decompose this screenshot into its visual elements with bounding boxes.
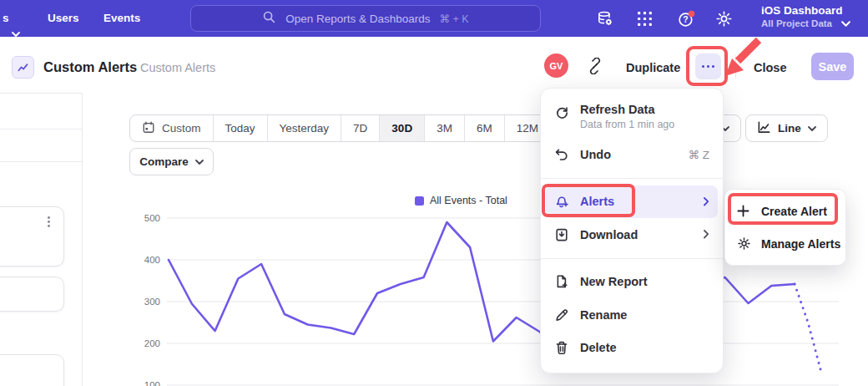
data-management-icon[interactable] xyxy=(596,10,614,27)
menu-item-shortcut: ⌘ Z xyxy=(689,148,710,161)
file-plus-icon xyxy=(554,274,569,289)
sidebar-divider xyxy=(0,161,82,162)
line-chart-icon xyxy=(757,120,771,137)
chart-type-dropdown[interactable]: Line xyxy=(745,114,828,142)
range-label: Custom xyxy=(162,122,201,135)
settings-gear-icon[interactable] xyxy=(715,10,734,27)
chevron-down-icon xyxy=(808,122,816,135)
context-menu: Refresh Data Data from 1 min ago Undo ⌘ … xyxy=(540,88,724,373)
project-scope: All Project Data xyxy=(761,18,843,28)
menu-item-label: Delete xyxy=(580,341,617,354)
menu-item-label: Undo xyxy=(580,148,611,161)
menu-item-new-report[interactable]: New Report xyxy=(541,266,723,298)
calendar-icon xyxy=(142,120,155,137)
search-placeholder: Open Reports & Dashboards xyxy=(285,13,430,25)
report-header: Custom Alerts Custom Alerts GV Duplicate… xyxy=(0,37,868,92)
duplicate-button[interactable]: Duplicate xyxy=(626,61,680,74)
pencil-icon xyxy=(554,307,569,323)
range-6m[interactable]: 6M xyxy=(464,115,504,141)
submenu-item-create-alert[interactable]: Create Alert xyxy=(725,195,845,227)
legend-swatch xyxy=(415,196,424,206)
menu-divider xyxy=(541,258,723,259)
refresh-icon xyxy=(554,105,569,120)
menu-item-label: Alerts xyxy=(580,195,614,208)
chevron-right-icon xyxy=(704,230,709,239)
builder-card[interactable] xyxy=(0,354,64,386)
svg-text:200: 200 xyxy=(144,338,160,348)
submenu-item-label: Manage Alerts xyxy=(761,237,840,251)
save-button[interactable]: Save xyxy=(811,53,854,80)
range-3m[interactable]: 3M xyxy=(424,115,464,141)
menu-item-alerts[interactable]: Alerts xyxy=(546,185,718,218)
undo-icon xyxy=(554,147,569,162)
range-custom[interactable]: Custom xyxy=(130,115,213,141)
apps-grid-icon[interactable] xyxy=(636,10,654,27)
svg-text:300: 300 xyxy=(144,297,160,307)
svg-text:500: 500 xyxy=(144,213,160,223)
app-window: s Users Events Open Reports & Dashboards… xyxy=(0,0,868,386)
chevron-down-icon xyxy=(12,16,20,53)
menu-item-download[interactable]: Download xyxy=(541,218,723,251)
date-range-segmented-control: Custom Today Yesterday 7D 30D 3M 6M 12M xyxy=(129,114,551,142)
compare-dropdown[interactable]: Compare xyxy=(129,148,214,175)
svg-text:?: ? xyxy=(683,15,688,24)
close-button[interactable]: Close xyxy=(754,61,787,74)
nav-tab-users[interactable]: Users xyxy=(48,0,79,37)
chart-type-label: Line xyxy=(778,122,801,135)
search-icon xyxy=(262,10,276,27)
chevron-right-icon xyxy=(704,197,709,206)
help-icon[interactable]: ? xyxy=(677,10,695,27)
chevron-down-icon xyxy=(195,155,204,168)
trash-icon xyxy=(554,340,569,355)
download-icon xyxy=(554,227,569,242)
breadcrumb: Custom Alerts xyxy=(140,61,215,74)
sidebar-border xyxy=(82,93,83,386)
menu-divider xyxy=(541,178,723,179)
range-30d-selected[interactable]: 30D xyxy=(379,115,424,141)
gear-icon xyxy=(737,236,751,251)
sidebar-divider xyxy=(0,129,82,130)
global-search-input[interactable]: Open Reports & Dashboards ⌘ + K xyxy=(190,5,541,32)
nav-tab-partial-label: s xyxy=(3,12,9,24)
builder-card[interactable] xyxy=(0,277,64,312)
svg-text:400: 400 xyxy=(144,255,160,265)
nav-tab-events[interactable]: Events xyxy=(103,0,140,37)
compare-label: Compare xyxy=(139,155,189,168)
plus-icon xyxy=(737,204,751,218)
menu-item-rename[interactable]: Rename xyxy=(541,298,723,331)
alerts-submenu: Create Alert Manage Alerts xyxy=(724,189,846,266)
report-type-icon xyxy=(12,56,34,79)
submenu-item-label: Create Alert xyxy=(761,205,827,218)
chart-legend[interactable]: All Events - Total xyxy=(415,195,507,206)
more-options-button[interactable] xyxy=(695,53,721,79)
sidebar-divider xyxy=(0,93,82,94)
menu-item-sublabel: Data from 1 min ago xyxy=(580,119,674,130)
range-7d[interactable]: 7D xyxy=(341,115,379,141)
menu-item-label: New Report xyxy=(580,275,648,288)
menu-item-undo[interactable]: Undo ⌘ Z xyxy=(541,138,723,170)
header-divider xyxy=(735,55,736,79)
notification-dot xyxy=(689,11,695,18)
copy-link-icon[interactable] xyxy=(587,58,603,78)
menu-item-label: Refresh Data xyxy=(580,103,674,116)
search-shortcut: ⌘ + K xyxy=(440,13,469,25)
range-today[interactable]: Today xyxy=(213,115,267,141)
submenu-item-manage-alerts[interactable]: Manage Alerts xyxy=(725,227,845,260)
bell-plus-icon xyxy=(554,194,569,209)
project-switcher[interactable]: iOS Dashboard All Project Data xyxy=(761,4,843,28)
top-navigation-bar: s Users Events Open Reports & Dashboards… xyxy=(0,0,868,37)
page-title: Custom Alerts xyxy=(43,59,137,75)
menu-item-delete[interactable]: Delete xyxy=(541,332,723,364)
kebab-menu-icon[interactable] xyxy=(48,216,50,227)
avatar[interactable]: GV xyxy=(544,53,568,78)
menu-item-refresh-data[interactable]: Refresh Data Data from 1 min ago xyxy=(541,97,723,138)
menu-item-label: Download xyxy=(580,228,638,241)
svg-text:100: 100 xyxy=(144,380,160,386)
project-name: iOS Dashboard xyxy=(761,4,843,17)
range-yesterday[interactable]: Yesterday xyxy=(267,115,341,141)
chevron-down-icon[interactable] xyxy=(841,16,850,31)
builder-card[interactable] xyxy=(0,206,64,267)
menu-item-label: Rename xyxy=(580,308,627,322)
legend-label: All Events - Total xyxy=(430,195,507,206)
nav-tab-partial[interactable]: s xyxy=(3,0,9,37)
